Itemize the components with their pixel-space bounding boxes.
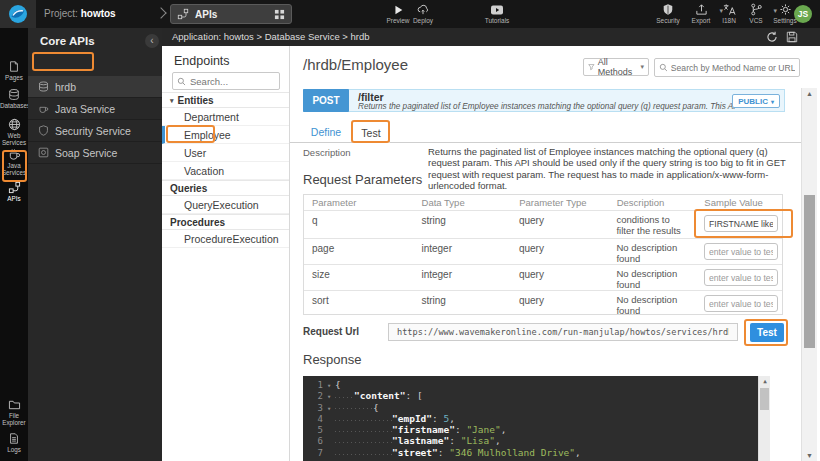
chevron-right-icon [155,7,166,18]
deploy-button[interactable]: Deploy [408,2,438,24]
caret-down-icon: ▾ [771,98,774,105]
export-button[interactable]: Export ▾ [686,2,716,24]
service-item-security-service[interactable]: Security Service [28,120,162,142]
request-parameters-table: Parameter Data Type Parameter Type Descr… [303,194,783,315]
funnel-icon [588,63,595,71]
request-url-input[interactable] [388,323,738,341]
scroll-up-icon[interactable]: ▲ [802,90,817,97]
test-button[interactable]: Test [750,323,784,342]
table-row: page integer query No description found [304,238,782,264]
core-apis-title: Core APIs [28,28,162,54]
cloud-upload-icon [408,2,438,16]
access-dropdown[interactable]: PUBLIC ▾ [732,94,780,108]
scroll-up-icon[interactable]: ▲ [759,377,770,384]
core-apis-panel: Core APIs ‹ hrdb Java Service Security S… [28,28,162,461]
collapse-panel-icon[interactable]: ‹ [145,34,159,48]
coffee-icon [38,103,49,114]
endpoints-search[interactable] [172,72,280,90]
endpoint-item-queryexecution[interactable]: QueryExecution [162,196,289,214]
endpoints-panel: Endpoints ▾Entities Department Employee … [162,46,290,461]
shield-icon [650,2,686,16]
project-name: Project: howtos [44,0,116,28]
security-button[interactable]: Security [650,2,686,24]
method-search-input[interactable] [671,63,795,73]
code-line: 4"empId": 5, [303,413,770,424]
breadcrumb: Application: howtos > Database Service >… [172,28,370,46]
endpoint-item-employee[interactable]: Employee [162,126,289,144]
sidebar-item-pages[interactable]: Pages [0,60,28,81]
table-row: size integer query No description found [304,264,782,290]
grid-icon[interactable] [274,9,285,20]
endpoint-item-department[interactable]: Department [162,108,289,126]
wavemaker-logo[interactable] [0,0,36,28]
page-icon [0,60,28,73]
folder-icon [0,399,28,411]
page-scrollbar-thumb[interactable] [804,195,815,348]
page-scrollbar[interactable]: ▲ ▼ [801,88,817,461]
caret-down-icon: ▾ [640,63,644,71]
editor-scrollbar[interactable]: ▲ [758,376,770,461]
soap-icon [38,147,49,158]
method-badge: POST [303,89,349,112]
endpoints-search-input[interactable] [190,76,270,87]
endpoint-item-user[interactable]: User [162,144,289,162]
table-header-row: Parameter Data Type Parameter Type Descr… [304,195,782,210]
endpoint-item-procedureexecution[interactable]: ProcedureExecution [162,230,289,248]
scroll-down-icon[interactable]: ▼ [802,452,817,459]
sample-value-input-page[interactable] [704,243,778,260]
left-nav-rail: Pages Databases Web Services Java Servic… [0,28,28,461]
video-icon [478,2,516,16]
service-item-hrdb[interactable]: hrdb [28,76,162,98]
sidebar-item-logs[interactable]: Logs [0,432,28,453]
sample-value-input-size[interactable] [704,269,778,286]
api-icon [177,8,189,20]
sidebar-item-java-services[interactable]: Java Services [0,148,28,176]
coffee-icon [0,148,28,161]
endpoints-title: Endpoints [174,54,230,68]
endpoint-item-vacation[interactable]: Vacation [162,162,289,180]
response-code-editor[interactable]: 1▾{ 2▾"content": [ 3▾{ 4"empId": 5, 5"fi… [303,376,770,461]
i18n-button[interactable]: I18N [716,2,742,24]
methods-filter-dropdown[interactable]: All Methods ▾ [583,58,649,76]
section-queries[interactable]: Queries [162,180,289,196]
user-avatar[interactable]: JS [794,5,812,23]
sample-value-input-q[interactable] [704,215,778,232]
vcs-button[interactable]: VCS ▾ [742,2,770,24]
description-label: Description [303,147,351,158]
refresh-icon[interactable] [766,31,778,43]
database-icon [0,88,28,101]
sidebar-item-web-services[interactable]: Web Services [0,118,28,146]
search-icon [659,63,668,72]
tab-test[interactable]: Test [352,121,390,143]
tutorials-button[interactable]: Tutorials [478,2,516,24]
sidebar-item-apis[interactable]: APIs [0,181,28,202]
code-line: 5"firstname": "Jane", [303,424,770,435]
response-title: Response [303,352,362,367]
method-search[interactable] [654,58,800,77]
tab-define[interactable]: Define [303,121,349,143]
sample-value-input-sort[interactable] [704,295,778,312]
breadcrumb-bar: Application: howtos > Database Service >… [162,28,820,46]
code-line: 2▾"content": [ [303,390,770,401]
api-icon [0,181,28,194]
page-title: /hrdb/Employee [303,56,408,73]
service-item-java-service[interactable]: Java Service [28,98,162,120]
app-window: Project: howtos APIs Preview [0,0,820,461]
save-icon[interactable] [786,31,798,43]
branch-icon [742,2,770,16]
apis-workspace-tab[interactable]: APIs [170,4,292,24]
database-icon [38,81,49,92]
editor-scrollbar-thumb[interactable] [760,388,769,410]
main-content: /hrdb/Employee All Methods ▾ POST /filte… [290,46,820,461]
section-entities[interactable]: ▾Entities [162,92,289,108]
api-method-row[interactable]: POST /filter Returns the paginated list … [303,89,785,112]
request-parameters-title: Request Parameters [303,172,422,187]
service-item-soap-service[interactable]: Soap Service [28,142,162,164]
method-tabs: Define Test [290,120,802,143]
sidebar-item-databases[interactable]: Databases [0,88,28,109]
sidebar-item-file-explorer[interactable]: File Explorer [0,399,28,426]
table-row: sort string query No description found [304,290,782,314]
caret-down-icon: ▾ [170,97,174,104]
apis-tab-label: APIs [195,9,268,20]
section-procedures[interactable]: Procedures [162,214,289,230]
